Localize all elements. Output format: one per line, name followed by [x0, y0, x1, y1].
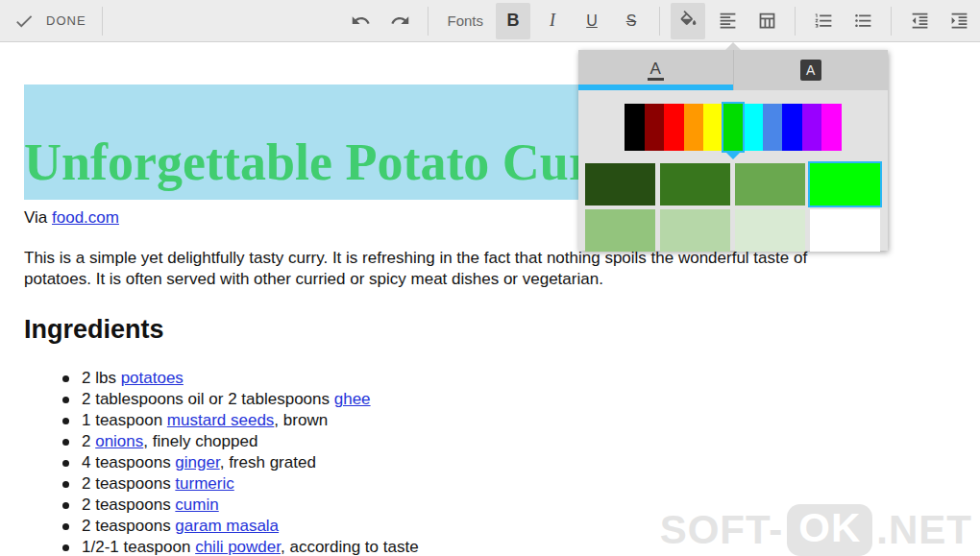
spectrum-color-swatch[interactable] [625, 104, 645, 151]
indent-decrease-button[interactable] [902, 3, 937, 39]
spectrum-color-swatch[interactable] [821, 104, 842, 151]
undo-icon [351, 11, 371, 31]
fonts-label: Fonts [439, 12, 491, 29]
italic-icon: I [550, 11, 555, 31]
ingredient-item: 2 tablespoons oil or 2 tablespoons ghee [24, 389, 980, 410]
toolbar-divider [659, 7, 660, 36]
ingredient-text: 4 teaspoons [82, 453, 175, 471]
ingredient-text: 2 teaspoons [82, 496, 175, 514]
redo-icon [390, 11, 410, 31]
ingredient-link[interactable]: cumin [175, 496, 218, 514]
align-left-icon [718, 11, 738, 31]
ingredient-link[interactable]: garam masala [175, 517, 279, 535]
ingredient-link[interactable]: ginger [175, 453, 219, 471]
spectrum-color-swatch[interactable] [763, 104, 783, 151]
redo-button[interactable] [382, 3, 417, 39]
intro-line-2: potatoes. It is often served with other … [24, 269, 980, 290]
toolbar-divider [428, 7, 429, 36]
document-title: Unforgettable Potato Curry [24, 85, 647, 200]
ingredient-text: 2 teaspoons [82, 474, 175, 493]
watermark: SOFT- OK .NET [660, 504, 972, 556]
toolbar-divider [891, 7, 892, 36]
ingredient-link[interactable]: mustard seeds [167, 411, 275, 429]
spectrum-color-swatch[interactable] [684, 104, 704, 151]
palette-color-swatch[interactable] [585, 163, 655, 205]
spectrum-color-swatch[interactable] [703, 104, 723, 151]
ingredient-item: 2 teaspoons turmeric [24, 473, 980, 495]
color-picker-tabs: A A [578, 50, 888, 90]
byline-prefix: Via [24, 208, 52, 227]
bold-button[interactable]: B [496, 3, 530, 39]
fonts-button[interactable]: Fonts [439, 3, 491, 39]
palette-color-swatch[interactable] [585, 209, 655, 252]
text-color-icon: A [648, 60, 664, 81]
numbered-list-button[interactable] [806, 3, 841, 39]
strikethrough-button[interactable]: S [614, 3, 649, 39]
spectrum-color-swatch[interactable] [645, 104, 665, 151]
tab-text-color[interactable]: A [578, 50, 733, 90]
watermark-part2: .NET [876, 507, 972, 553]
bulleted-list-icon [853, 11, 873, 31]
ingredient-item: 2 onions, finely chopped [24, 431, 980, 452]
underline-button[interactable]: U [575, 3, 609, 39]
done-button[interactable]: DONE [0, 11, 86, 32]
ingredients-heading: Ingredients [24, 315, 980, 345]
ingredient-link[interactable]: ghee [334, 390, 371, 408]
spectrum-bar [625, 104, 842, 151]
italic-button[interactable]: I [535, 3, 570, 39]
ingredient-link[interactable]: potatoes [121, 369, 184, 387]
spectrum-color-swatch[interactable] [664, 104, 684, 151]
numbered-list-icon [814, 11, 834, 31]
palette-color-swatch[interactable] [810, 209, 880, 252]
strikethrough-icon: S [626, 12, 637, 30]
ingredient-text: 2 teaspoons [82, 517, 175, 535]
table-button[interactable] [749, 3, 784, 39]
ingredient-item: 2 lbs potatoes [24, 368, 980, 389]
undo-button[interactable] [343, 3, 378, 39]
checkmark-icon [13, 11, 35, 32]
indent-decrease-icon [910, 11, 930, 31]
indent-increase-icon [949, 11, 969, 31]
source-link[interactable]: food.com [52, 208, 119, 227]
spectrum-color-swatch[interactable] [723, 104, 744, 151]
ingredient-link[interactable]: turmeric [175, 474, 233, 493]
toolbar-format-group: Fonts B I U S [343, 3, 980, 39]
table-icon [757, 11, 777, 31]
ingredient-text: , according to taste [281, 538, 419, 556]
ingredient-text: 1 teaspoon [82, 411, 167, 429]
toolbar: DONE Fonts B I U S [0, 0, 980, 42]
palette-grid [585, 163, 888, 252]
done-label: DONE [46, 13, 86, 28]
ingredient-text: , finely chopped [143, 432, 257, 450]
ingredient-link[interactable]: chili powder [195, 538, 281, 556]
palette-color-swatch[interactable] [660, 163, 730, 205]
popup-caret [725, 42, 741, 50]
align-button[interactable] [710, 3, 745, 39]
palette-color-swatch[interactable] [735, 163, 805, 205]
bulleted-list-button[interactable] [845, 3, 880, 39]
palette-color-swatch[interactable] [735, 209, 805, 252]
spectrum-color-swatch[interactable] [743, 104, 763, 151]
bold-icon: B [507, 11, 520, 31]
watermark-badge: OK [787, 504, 872, 556]
paint-bucket-icon [678, 11, 698, 31]
spectrum-color-swatch[interactable] [802, 104, 822, 151]
indent-increase-button[interactable] [942, 3, 976, 39]
spectrum-color-swatch[interactable] [782, 104, 802, 151]
toolbar-divider [102, 7, 103, 36]
palette-color-swatch[interactable] [660, 209, 730, 252]
ingredient-link[interactable]: onions [95, 432, 143, 450]
text-color-button[interactable] [671, 3, 705, 39]
ingredient-text: 2 tablespoons oil or 2 tablespoons [82, 390, 334, 408]
palette-color-swatch[interactable] [810, 163, 880, 205]
ingredient-text: , fresh grated [220, 453, 316, 471]
app-window: DONE Fonts B I U S [0, 0, 980, 556]
highlight-color-icon: A [800, 60, 821, 81]
ingredient-text: , brown [274, 411, 328, 429]
intro-paragraph: This is a simple yet delightfully tasty … [24, 248, 980, 290]
ingredient-item: 1 teaspoon mustard seeds, brown [24, 410, 980, 431]
ingredient-text: 1/2-1 teaspoon [82, 538, 195, 556]
ingredient-text: 2 [82, 432, 95, 450]
ingredient-item: 4 teaspoons ginger, fresh grated [24, 452, 980, 473]
tab-highlight-color[interactable]: A [733, 50, 889, 90]
